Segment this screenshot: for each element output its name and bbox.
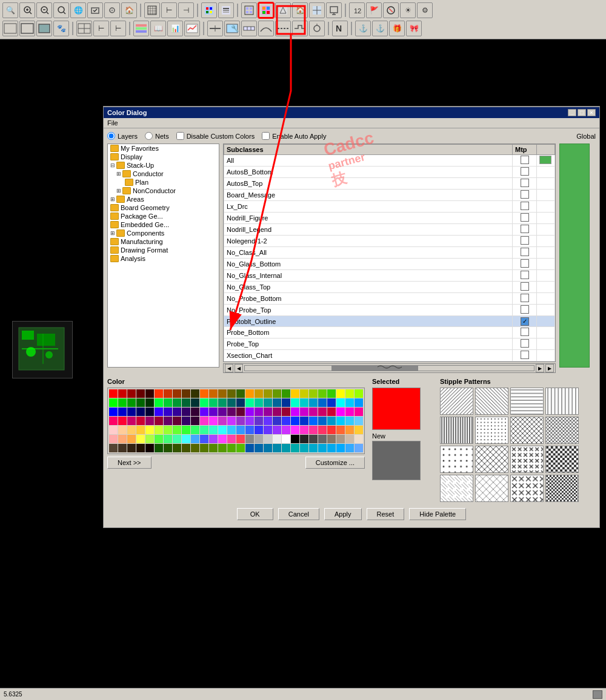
- color-palette-cell[interactable]: [200, 408, 208, 416]
- color-palette-cell[interactable]: [255, 435, 263, 443]
- color-palette-cell[interactable]: [300, 444, 308, 452]
- color-palette-cell[interactable]: [264, 444, 272, 452]
- color-palette-cell[interactable]: [155, 444, 163, 452]
- color-palette-cell[interactable]: [282, 417, 290, 425]
- color-palette-cell[interactable]: [218, 435, 227, 443]
- color-palette-cell[interactable]: [191, 408, 199, 416]
- color-palette-cell[interactable]: [182, 435, 190, 443]
- color-palette-cell[interactable]: [327, 444, 336, 452]
- table-row[interactable]: Xsection_Chart: [224, 350, 555, 362]
- color-palette-cell[interactable]: [227, 398, 236, 407]
- scroll-left[interactable]: ◀: [225, 364, 233, 372]
- color-palette-cell[interactable]: [145, 408, 154, 416]
- checkbox-probebottom[interactable]: [521, 328, 529, 336]
- scroll-right[interactable]: ▶: [545, 364, 554, 372]
- color-palette-cell[interactable]: [345, 408, 354, 416]
- color-palette-cell[interactable]: [318, 408, 327, 416]
- color-palette-cell[interactable]: [318, 417, 327, 425]
- color-palette-cell[interactable]: [245, 398, 254, 407]
- table-row[interactable]: Probe_Top: [224, 338, 555, 350]
- toolbar-btn-grid2[interactable]: [241, 2, 257, 18]
- color-palette-cell[interactable]: [355, 398, 363, 407]
- color-palette-cell[interactable]: [136, 408, 145, 416]
- color-palette-cell[interactable]: [109, 426, 118, 434]
- toolbar-btn-number[interactable]: 123: [349, 2, 365, 18]
- dialog-maximize[interactable]: □: [578, 109, 586, 116]
- color-palette-cell[interactable]: [336, 417, 345, 425]
- tree-item-areas[interactable]: ⊞ Areas: [108, 195, 219, 203]
- color-palette-cell[interactable]: [155, 389, 163, 398]
- toolbar-btn-color[interactable]: [201, 2, 217, 18]
- toolbar2-btn-arrow[interactable]: 🐾: [53, 21, 69, 36]
- color-palette-cell[interactable]: [127, 417, 136, 425]
- color-palette-cell[interactable]: [309, 435, 318, 443]
- color-palette-cell[interactable]: [245, 417, 254, 425]
- toolbar2-btn-add[interactable]: 🔧: [224, 21, 240, 36]
- color-palette-cell[interactable]: [136, 426, 145, 434]
- color-palette-cell[interactable]: [200, 389, 208, 398]
- checkbox-photoblt[interactable]: ✓: [521, 317, 529, 326]
- color-palette-cell[interactable]: [173, 444, 181, 452]
- hide-palette-button[interactable]: Hide Palette: [409, 508, 466, 520]
- color-palette-cell[interactable]: [191, 444, 199, 452]
- toolbar-btn-grid[interactable]: [144, 2, 160, 18]
- next-button[interactable]: Next >>: [107, 457, 152, 469]
- color-palette-cell[interactable]: [118, 417, 127, 425]
- table-row[interactable]: No_Glass_Bottom: [224, 259, 555, 270]
- color-palette-cell[interactable]: [127, 389, 136, 398]
- stipple-cross-hatch2[interactable]: [545, 417, 579, 444]
- color-palette-cell[interactable]: [191, 398, 199, 407]
- toolbar2-btn-route4[interactable]: [292, 21, 308, 36]
- table-row[interactable]: AutosB_Top: [224, 178, 555, 190]
- ok-button[interactable]: OK: [237, 508, 273, 520]
- reset-button[interactable]: Reset: [367, 508, 405, 520]
- color-palette-cell[interactable]: [236, 398, 245, 407]
- table-row[interactable]: No_Probe_Top: [224, 305, 555, 316]
- table-container[interactable]: Subclasses Mtp All: [223, 144, 556, 362]
- color-palette-cell[interactable]: [355, 389, 363, 398]
- customize-button[interactable]: Customize ...: [305, 457, 365, 469]
- color-palette-cell[interactable]: [182, 426, 190, 434]
- color-palette-cell[interactable]: [245, 435, 254, 443]
- toolbar-btn-floor[interactable]: 🏠: [292, 2, 308, 18]
- color-palette-cell[interactable]: [145, 444, 154, 452]
- color-palette-cell[interactable]: [245, 444, 254, 452]
- color-palette-cell[interactable]: [282, 435, 290, 443]
- color-palette-cell[interactable]: [245, 408, 254, 416]
- tree-item-analysis[interactable]: Analysis: [108, 254, 219, 263]
- color-palette-cell[interactable]: [200, 417, 208, 425]
- color-palette-cell[interactable]: [118, 398, 127, 407]
- color-palette-cell[interactable]: [109, 444, 118, 452]
- color-palette-cell[interactable]: [336, 389, 345, 398]
- color-palette-cell[interactable]: [309, 444, 318, 452]
- toolbar-btn-zoom-select[interactable]: [87, 2, 103, 18]
- color-palette-cell[interactable]: [291, 444, 299, 452]
- color-palette-cell[interactable]: [173, 398, 181, 407]
- color-palette-cell[interactable]: [355, 426, 363, 434]
- color-palette-cell[interactable]: [109, 435, 118, 443]
- color-palette-cell[interactable]: [291, 398, 299, 407]
- toolbar2-btn-measure1[interactable]: ⊢: [93, 21, 109, 36]
- cancel-button[interactable]: Cancel: [278, 508, 319, 520]
- color-palette-cell[interactable]: [136, 398, 145, 407]
- table-row[interactable]: Probe_Bottom: [224, 327, 555, 338]
- color-palette-cell[interactable]: [355, 408, 363, 416]
- color-palette-cell[interactable]: [209, 389, 218, 398]
- toolbar2-btn-report[interactable]: 📊: [167, 21, 183, 36]
- stipple-dots[interactable]: [475, 417, 508, 444]
- color-palette-cell[interactable]: [136, 417, 145, 425]
- color-palette-cell[interactable]: [309, 426, 318, 434]
- stipple-diamond2[interactable]: [475, 475, 508, 502]
- color-palette-cell[interactable]: [145, 426, 154, 434]
- color-palette-cell[interactable]: [191, 435, 199, 443]
- toolbar2-btn-chart[interactable]: [184, 21, 200, 36]
- tree-item-display[interactable]: Display: [108, 153, 219, 161]
- toolbar2-btn-N[interactable]: N: [332, 21, 348, 36]
- color-palette-cell[interactable]: [155, 435, 163, 443]
- toolbar2-btn-2[interactable]: [19, 21, 35, 36]
- color-palette-cell[interactable]: [245, 389, 254, 398]
- stipple-x-pattern[interactable]: [510, 446, 544, 473]
- tree-item-components[interactable]: ⊞ Components: [108, 229, 219, 237]
- toolbar-btn-route[interactable]: [275, 2, 291, 18]
- color-palette-cell[interactable]: [127, 398, 136, 407]
